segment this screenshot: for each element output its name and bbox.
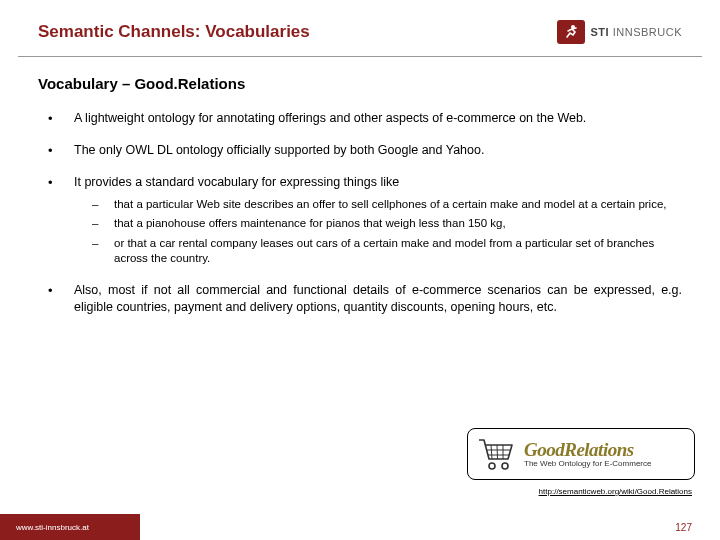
source-link[interactable]: http://semanticweb.org/wiki/Good.Relatio… [539,487,692,496]
goodrelations-text: GoodRelations The Web Ontology for E-Com… [524,440,651,468]
runner-icon [562,24,580,40]
list-item: Also, most if not all commercial and fun… [48,282,682,316]
goodrelations-title: GoodRelations [524,440,651,460]
slide-title: Semantic Channels: Vocabularies [38,22,310,42]
bullet-list: A lightweight ontology for annotating of… [38,110,682,315]
footer-url: www.sti-innsbruck.at [0,514,140,540]
sti-logo-badge [557,20,585,44]
svg-point-7 [502,463,508,469]
sti-logo: STI INNSBRUCK [557,20,682,44]
svg-line-2 [497,445,498,459]
list-item: It provides a standard vocabulary for ex… [48,174,682,267]
list-item: or that a car rental company leases out … [92,236,682,267]
list-item: The only OWL DL ontology officially supp… [48,142,682,159]
goodrelations-tagline: The Web Ontology for E-Commerce [524,460,651,468]
sub-bullet-list: that a particular Web site describes an … [74,197,682,267]
goodrelations-logo-box: GoodRelations The Web Ontology for E-Com… [467,428,695,480]
slide-footer: www.sti-innsbruck.at 127 [0,514,720,540]
list-item: that a pianohouse offers maintenance for… [92,216,682,232]
svg-line-1 [491,445,492,459]
slide-content: Vocabulary – Good.Relations A lightweigh… [0,65,720,315]
header-divider [18,56,702,57]
shopping-cart-icon [476,435,516,473]
svg-point-6 [489,463,495,469]
section-subtitle: Vocabulary – Good.Relations [38,75,682,92]
list-item: that a particular Web site describes an … [92,197,682,213]
list-item: A lightweight ontology for annotating of… [48,110,682,127]
page-number: 127 [140,514,720,540]
sti-logo-text: STI INNSBRUCK [591,26,682,38]
slide-header: Semantic Channels: Vocabularies STI INNS… [0,0,720,56]
